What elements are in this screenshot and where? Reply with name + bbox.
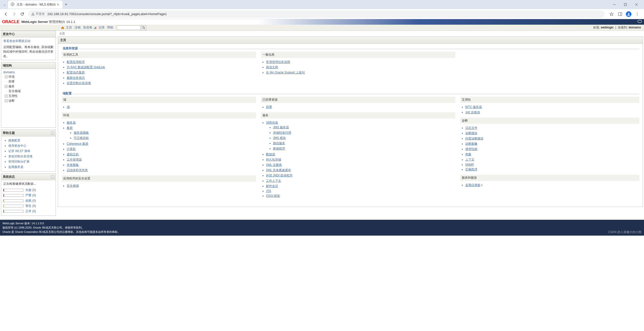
link[interactable]: 启动类和关闭类 [67,168,88,172]
search-input[interactable] [117,25,141,30]
expand-icon[interactable]: + [5,95,8,97]
link[interactable]: 内置诊断模块 [465,137,483,140]
tree-label[interactable]: 诊断 [9,99,15,103]
tab-close-icon[interactable]: × [56,3,60,7]
help-link[interactable]: 使用更改中心 [8,144,26,148]
tree-node[interactable]: ·部署 [5,79,54,84]
profile-avatar-icon[interactable] [626,11,631,17]
link[interactable]: 可迁移目标 [74,136,89,140]
link[interactable]: 常用管理任务说明 [266,60,290,64]
help-link[interactable]: 记录 WLST 脚本 [8,149,30,153]
search-button[interactable] [141,25,146,30]
link[interactable]: Jolt 连接池 [465,111,480,114]
link[interactable]: 配置应用程序 [67,60,85,64]
maximize-icon[interactable] [620,0,631,9]
link[interactable]: 在 My Oracle Support 上提问 [266,71,305,74]
header-bubble-icon[interactable] [637,20,642,24]
link[interactable]: OSGi 框架 [266,194,280,198]
link[interactable]: 工作管理器 [67,158,82,161]
link[interactable]: 阅读文档 [266,65,278,69]
nav-record[interactable]: 记录 [98,25,106,30]
tree-node[interactable]: +环境 [5,75,54,79]
link[interactable]: 路径服务 [273,141,285,145]
status-label[interactable]: 失败 (0) [25,188,36,192]
status-label[interactable]: 警告 (0) [25,204,36,208]
link[interactable]: 桥接程序 [273,147,285,150]
link[interactable]: 诊断图像 [465,142,477,145]
side-panel-icon[interactable] [617,11,623,17]
link[interactable]: 为 RAC 数据源配置 GridLink [67,65,105,69]
tree-node[interactable]: +服务 [5,84,54,89]
link[interactable]: WTC 服务器 [465,105,482,109]
link[interactable]: 上下文 [465,158,474,161]
help-link[interactable]: 管理控制台扩展 [8,160,29,163]
expand-icon[interactable]: + [5,85,8,88]
nav-logout[interactable]: 注销 [73,25,82,30]
status-label[interactable]: 严重 (0) [25,193,36,198]
link[interactable]: 域 [67,105,70,109]
tree-label[interactable]: 安全领域 [9,89,21,93]
link[interactable]: 服务器模板 [74,131,89,134]
link[interactable]: JMS 服务器 [273,126,289,129]
link[interactable]: SNMP [465,163,474,166]
link[interactable]: 工作上下文 [266,179,281,182]
browser-tab[interactable]: 主页 - domains - WLS 控制台 × [8,1,62,9]
link[interactable]: 设置控制台首选项 [67,81,91,85]
nav-home[interactable]: 主页 [65,25,73,30]
nav-help[interactable]: 帮助 [106,25,114,30]
minimize-icon[interactable] [609,0,620,9]
tree-node[interactable]: +诊断 [5,98,54,103]
tree-label[interactable]: 互用性 [9,94,18,98]
link[interactable]: 日志文件 [465,126,477,130]
link[interactable]: Coherence 集群 [67,142,88,145]
link[interactable]: 诊断模块 [465,131,477,135]
help-link[interactable]: 监视服务器 [8,165,23,169]
link[interactable]: XML 注册表 [266,163,282,167]
link[interactable]: 计算机 [67,147,76,151]
tree-root[interactable]: domains [3,70,15,74]
tab-list-chevron-icon[interactable]: ⌄ [2,3,7,6]
link[interactable]: 拦截程序 [465,168,477,171]
link[interactable]: 档案 [465,153,471,156]
security-indicator[interactable]: 不安全 [31,12,45,16]
back-button[interactable] [2,10,10,18]
nav-preferences[interactable]: 首选项 [82,25,93,30]
link[interactable]: 最新任务状态 [67,76,85,80]
link[interactable]: 服务器 [67,121,76,124]
tree-label[interactable]: 环境 [9,75,15,79]
link[interactable]: JTA [266,189,271,193]
bookmark-star-icon[interactable] [609,11,614,17]
expand-icon[interactable]: + [5,76,8,78]
link[interactable]: JMS 模块 [273,136,286,140]
link[interactable]: 消息传送 [266,121,278,124]
link[interactable]: 存储转发代理 [273,131,291,134]
tree-label[interactable]: 部署 [9,80,15,84]
link[interactable]: 并发模板 [67,163,79,167]
link[interactable]: 数据源 [266,153,275,156]
new-tab-button[interactable]: + [62,2,69,7]
tree-node[interactable]: +互用性 [5,94,54,98]
link[interactable]: 虚拟主机 [67,153,79,156]
tree-label[interactable]: 服务 [9,84,15,89]
view-changes-link[interactable]: 查看更改和重新启动 [3,39,54,43]
link[interactable]: 部署 [266,105,272,109]
collapse-icon[interactable]: – [51,175,54,178]
link[interactable]: 持久性存储 [266,158,281,161]
close-icon[interactable] [631,0,642,9]
kebab-menu-icon[interactable] [634,11,640,17]
expand-icon[interactable]: + [5,99,8,102]
link[interactable]: XML 实体高速缓存 [266,168,291,172]
help-link[interactable]: 搜索配置 [8,139,20,142]
tree-node[interactable]: ·安全领域 [5,89,54,94]
reload-button[interactable] [18,10,26,18]
help-link[interactable]: 更改控制台首选项 [8,155,32,158]
link[interactable]: 邮件会话 [266,184,278,188]
link[interactable]: 监视仪表板 [465,183,480,187]
status-label[interactable]: 正常 (0) [25,209,36,213]
link[interactable]: 配置动态集群 [67,71,85,74]
url-box[interactable]: 不安全 192.168.16.91:7001/console/console.p… [28,10,605,18]
link[interactable]: 请求性能 [465,147,477,151]
link[interactable]: 外部 JNDI 提供程序 [266,174,292,177]
status-label[interactable]: 超载 (0) [25,199,36,203]
collapse-icon[interactable]: – [51,132,54,135]
